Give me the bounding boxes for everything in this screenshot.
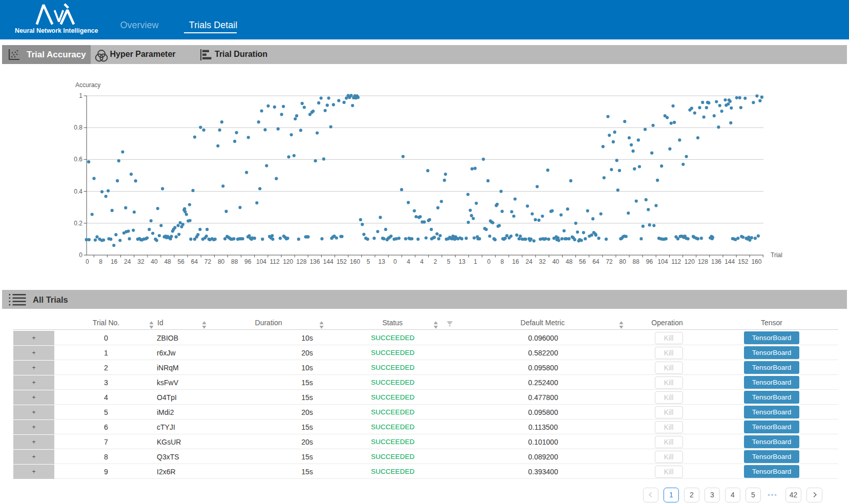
svg-text:0.2: 0.2 xyxy=(74,220,82,227)
svg-text:120: 120 xyxy=(685,258,695,265)
svg-text:136: 136 xyxy=(711,258,721,265)
svg-text:128: 128 xyxy=(296,258,306,265)
svg-text:32: 32 xyxy=(539,258,546,265)
svg-text:16: 16 xyxy=(111,258,118,265)
svg-text:32: 32 xyxy=(137,258,144,265)
svg-text:0: 0 xyxy=(79,251,82,259)
svg-text:24: 24 xyxy=(124,258,131,265)
svg-text:56: 56 xyxy=(579,258,586,265)
svg-text:144: 144 xyxy=(724,258,735,265)
svg-text:112: 112 xyxy=(671,258,681,265)
svg-text:152: 152 xyxy=(738,258,748,265)
svg-text:8: 8 xyxy=(99,258,102,265)
svg-text:96: 96 xyxy=(646,258,653,265)
svg-text:72: 72 xyxy=(606,258,613,265)
svg-text:88: 88 xyxy=(633,258,640,265)
svg-text:104: 104 xyxy=(658,258,668,265)
svg-text:40: 40 xyxy=(151,258,158,265)
svg-text:136: 136 xyxy=(309,258,320,265)
svg-text:8: 8 xyxy=(501,258,504,265)
svg-text:80: 80 xyxy=(619,258,627,265)
svg-text:120: 120 xyxy=(283,258,293,265)
svg-text:56: 56 xyxy=(178,258,185,265)
svg-text:64: 64 xyxy=(191,258,198,265)
svg-text:88: 88 xyxy=(231,258,238,265)
svg-text:64: 64 xyxy=(592,258,599,265)
svg-text:24: 24 xyxy=(526,258,533,265)
svg-text:Accuracy: Accuracy xyxy=(75,81,100,89)
svg-text:48: 48 xyxy=(164,258,171,265)
svg-text:4: 4 xyxy=(420,258,424,265)
svg-text:144: 144 xyxy=(323,258,334,265)
svg-text:0: 0 xyxy=(394,258,397,265)
svg-text:13: 13 xyxy=(459,258,466,265)
svg-text:160: 160 xyxy=(350,258,360,265)
svg-text:1: 1 xyxy=(79,92,82,99)
svg-text:104: 104 xyxy=(256,258,266,265)
svg-text:128: 128 xyxy=(698,258,708,265)
svg-text:80: 80 xyxy=(218,258,225,265)
svg-text:2: 2 xyxy=(433,258,437,265)
svg-text:112: 112 xyxy=(270,258,280,265)
svg-text:13: 13 xyxy=(378,258,385,265)
svg-text:40: 40 xyxy=(552,258,560,265)
svg-text:4: 4 xyxy=(407,258,410,265)
svg-text:48: 48 xyxy=(566,258,573,265)
svg-text:1: 1 xyxy=(474,258,478,265)
svg-text:72: 72 xyxy=(204,258,212,265)
svg-text:5: 5 xyxy=(447,258,450,265)
svg-text:160: 160 xyxy=(751,258,761,265)
svg-text:Trial: Trial xyxy=(771,251,782,259)
svg-text:16: 16 xyxy=(512,258,520,265)
svg-text:152: 152 xyxy=(337,258,347,265)
svg-text:5: 5 xyxy=(367,258,370,265)
svg-text:0: 0 xyxy=(86,258,89,265)
svg-text:0: 0 xyxy=(487,258,491,265)
svg-text:0.4: 0.4 xyxy=(74,188,82,195)
svg-text:0.8: 0.8 xyxy=(74,124,82,131)
svg-text:0.6: 0.6 xyxy=(74,156,82,163)
svg-text:96: 96 xyxy=(244,258,252,265)
